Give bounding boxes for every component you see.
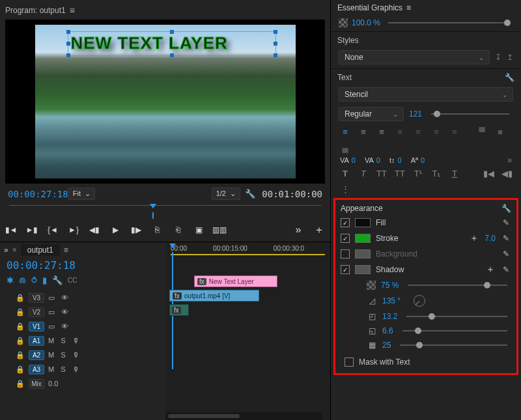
- fill-color-swatch[interactable]: [355, 218, 371, 227]
- solo-toggle[interactable]: S: [61, 337, 65, 344]
- bold-icon[interactable]: T: [339, 168, 352, 178]
- mute-toggle[interactable]: M: [48, 337, 54, 344]
- track-a1[interactable]: A1: [29, 336, 44, 346]
- settings-icon[interactable]: 🔧: [505, 73, 514, 82]
- tracking-value[interactable]: 0: [376, 156, 380, 164]
- toggle-eye-icon[interactable]: 👁: [61, 308, 68, 316]
- toggle-output-icon[interactable]: ▭: [48, 294, 55, 302]
- shadow-distance-slider[interactable]: [406, 316, 507, 317]
- justify-all-icon[interactable]: ≡: [448, 126, 461, 137]
- align-center-icon[interactable]: ≡: [357, 126, 370, 137]
- video-clip[interactable]: fx output1.mp4 [V]: [169, 290, 259, 301]
- shadow-size-slider[interactable]: [402, 330, 507, 331]
- background-color-swatch[interactable]: [355, 249, 371, 259]
- mute-toggle[interactable]: M: [48, 351, 54, 359]
- current-timecode[interactable]: 00:00:27:18: [8, 189, 68, 199]
- shadow-size-value[interactable]: 6.6: [382, 326, 393, 335]
- align-left-icon[interactable]: ≡: [339, 126, 352, 137]
- toggle-output-icon[interactable]: ▭: [48, 308, 55, 316]
- stroke-width-value[interactable]: 7.0: [485, 234, 496, 243]
- lock-icon[interactable]: 🔒: [16, 365, 25, 374]
- superscript-icon[interactable]: T¹: [412, 168, 425, 178]
- work-area-bar[interactable]: [171, 254, 325, 255]
- toggle-eye-icon[interactable]: 👁: [61, 294, 68, 302]
- zoom-select[interactable]: Fit ⌄: [68, 188, 95, 200]
- step-back-icon[interactable]: ◀▮: [89, 224, 100, 236]
- shadow-blur-value[interactable]: 25: [382, 341, 391, 350]
- stroke-checkbox[interactable]: [341, 234, 350, 243]
- eyedropper-icon[interactable]: ✎: [501, 218, 511, 227]
- graphic-clip[interactable]: fx New Text Layer: [194, 275, 277, 287]
- add-shadow-icon[interactable]: ＋: [485, 264, 496, 275]
- valign-bottom-icon[interactable]: ▄: [339, 142, 352, 152]
- solo-toggle[interactable]: S: [61, 365, 65, 373]
- text-more-icon[interactable]: ⋮: [339, 184, 352, 194]
- metrics-more-icon[interactable]: ≡: [508, 156, 512, 164]
- settings-icon[interactable]: 🔧: [501, 204, 511, 213]
- eyedropper-icon[interactable]: ✎: [501, 265, 511, 274]
- underline-icon[interactable]: T: [448, 168, 461, 178]
- valign-top-icon[interactable]: ▀: [475, 126, 488, 137]
- shadow-distance-value[interactable]: 13.2: [382, 312, 397, 321]
- timeline-tab-nav[interactable]: »: [4, 245, 8, 255]
- go-in-icon[interactable]: {◄: [47, 224, 59, 236]
- track-v2[interactable]: V2: [29, 307, 44, 317]
- styles-select[interactable]: None⌄: [339, 50, 490, 64]
- mute-toggle[interactable]: M: [48, 365, 54, 373]
- cc-icon[interactable]: CC: [68, 277, 77, 284]
- track-v3[interactable]: V3: [29, 293, 44, 303]
- track-a3[interactable]: A3: [29, 365, 44, 374]
- program-playhead[interactable]: [150, 204, 156, 208]
- button-editor-icon[interactable]: ＋: [313, 224, 325, 236]
- shadow-blur-slider[interactable]: [400, 344, 507, 346]
- text-nav-next-icon[interactable]: ◀▮: [500, 168, 513, 178]
- align-right-icon[interactable]: ≡: [375, 126, 388, 137]
- program-monitor-stage[interactable]: NEW TEXT LAYER: [5, 20, 325, 184]
- fill-checkbox[interactable]: [341, 218, 350, 227]
- lock-icon[interactable]: 🔒: [16, 351, 25, 359]
- shadow-opacity-slider[interactable]: [408, 285, 507, 286]
- export-frame-icon[interactable]: ▣: [193, 224, 204, 236]
- angle-dial[interactable]: [414, 295, 425, 307]
- timeline-hscroll[interactable]: [165, 412, 322, 420]
- record-icon[interactable]: 🎙: [72, 365, 79, 373]
- timeline-playhead[interactable]: [169, 244, 176, 248]
- snap-icon[interactable]: ✱: [7, 275, 14, 285]
- program-scrubber[interactable]: [9, 205, 321, 217]
- font-family-select[interactable]: Stencil⌄: [339, 87, 513, 102]
- link-icon[interactable]: ⥀: [31, 275, 37, 285]
- panel-menu-icon[interactable]: ≡: [406, 3, 411, 12]
- record-icon[interactable]: 🎙: [72, 351, 79, 359]
- text-layer-selection[interactable]: NEW TEXT LAYER: [68, 31, 276, 56]
- justify-last-right-icon[interactable]: ≡: [430, 126, 443, 137]
- marker-icon[interactable]: ▮: [42, 275, 47, 285]
- subscript-icon[interactable]: T₁: [430, 168, 443, 178]
- track-mix[interactable]: Mix: [29, 379, 44, 389]
- mark-in-icon[interactable]: ▮◄: [5, 224, 17, 236]
- background-checkbox[interactable]: [341, 249, 350, 259]
- toggle-eye-icon[interactable]: 👁: [61, 322, 68, 331]
- mask-with-text-checkbox[interactable]: [345, 357, 354, 367]
- lock-icon[interactable]: 🔒: [16, 322, 25, 331]
- go-out-icon[interactable]: ►}: [68, 224, 79, 236]
- italic-icon[interactable]: T: [357, 168, 370, 178]
- transport-more-icon[interactable]: »: [292, 224, 304, 236]
- shadow-color-swatch[interactable]: [355, 265, 371, 274]
- opacity-value[interactable]: 100.0 %: [352, 18, 380, 27]
- extract-icon[interactable]: ⎗: [172, 224, 184, 236]
- audio-clip[interactable]: fx: [169, 304, 189, 316]
- lock-icon[interactable]: 🔒: [16, 308, 25, 316]
- lock-icon[interactable]: 🔒: [16, 337, 25, 345]
- stroke-color-swatch[interactable]: [355, 234, 371, 243]
- push-style-icon[interactable]: ↧: [495, 53, 501, 62]
- leading-value[interactable]: 0: [398, 156, 402, 164]
- lift-icon[interactable]: ⎘: [151, 224, 163, 236]
- panel-menu-icon[interactable]: ≡: [70, 5, 75, 16]
- compare-icon[interactable]: ▥▥: [214, 224, 225, 236]
- mix-value[interactable]: 0.0: [48, 380, 58, 387]
- settings-icon[interactable]: 🔧: [240, 189, 255, 199]
- magnet-icon[interactable]: ⋒: [19, 275, 26, 285]
- allcaps-icon[interactable]: TT: [375, 168, 388, 178]
- timeline-menu-icon[interactable]: ≡: [64, 245, 68, 255]
- solo-toggle[interactable]: S: [61, 351, 65, 359]
